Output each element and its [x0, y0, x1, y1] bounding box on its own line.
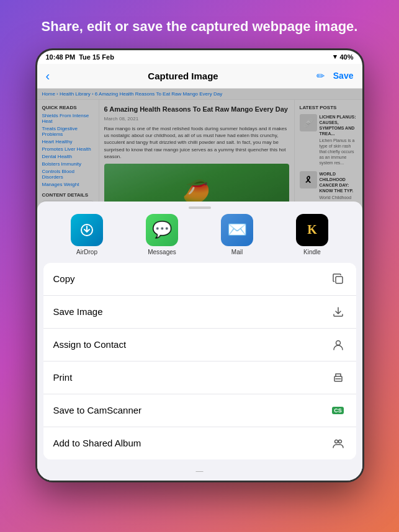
print-icon — [330, 370, 346, 386]
copy-action[interactable]: Copy — [43, 263, 356, 296]
messages-label: Messages — [148, 249, 176, 255]
share-sheet: AirDrop 💬 Messages ✉️ Mail K Kindle — [37, 202, 362, 481]
camscanner-label: Save to CamScanner — [53, 405, 142, 415]
copy-icon — [330, 271, 346, 287]
camscanner-action[interactable]: Save to CamScanner CS — [43, 394, 356, 427]
airdrop-app[interactable]: AirDrop — [71, 214, 103, 255]
save-button[interactable]: Save — [333, 71, 354, 81]
print-label: Print — [53, 372, 73, 383]
kindle-label: Kindle — [303, 249, 321, 255]
print-action[interactable]: Print — [43, 361, 356, 394]
assign-contact-icon — [330, 337, 346, 353]
messages-app[interactable]: 💬 Messages — [146, 214, 178, 255]
status-bar: 10:48 PM Tue 15 Feb ▾ 40% — [37, 50, 362, 64]
svg-point-2 — [336, 340, 340, 345]
airdrop-label: AirDrop — [76, 249, 97, 255]
mail-label: Mail — [231, 249, 243, 255]
messages-icon: 💬 — [146, 214, 178, 246]
action-list: Copy Save Image — [43, 263, 356, 459]
kindle-app[interactable]: K Kindle — [296, 214, 328, 255]
airdrop-icon — [71, 214, 103, 246]
svg-rect-1 — [336, 277, 343, 283]
sheet-more-indicator: — — [37, 464, 362, 478]
save-image-icon — [330, 304, 346, 320]
webpage-content: Home › Health Library › 6 Amazing Health… — [37, 89, 362, 481]
navigation-bar: ‹ Captured Image ✏ Save — [37, 64, 362, 89]
tablet-frame: 10:48 PM Tue 15 Feb ▾ 40% ‹ Captured Ima… — [35, 48, 364, 482]
assign-contact-label: Assign to Contact — [53, 339, 127, 350]
shared-album-icon — [330, 435, 346, 451]
shared-album-label: Add to Shared Album — [53, 438, 141, 448]
camscanner-icon: CS — [330, 402, 346, 419]
svg-point-5 — [338, 440, 341, 443]
battery-display: 40% — [339, 53, 353, 61]
mail-icon: ✉️ — [221, 214, 253, 246]
sheet-handle — [189, 206, 211, 209]
save-image-label: Save Image — [53, 306, 103, 317]
svg-point-4 — [334, 440, 338, 443]
copy-label: Copy — [53, 273, 75, 284]
nav-title: Captured Image — [148, 71, 218, 81]
wifi-icon: ▾ — [333, 53, 337, 61]
back-button[interactable]: ‹ — [46, 69, 50, 83]
kindle-icon: K — [296, 214, 328, 246]
page-heading: Share, edit or save the captured webpage… — [4, 0, 395, 48]
shared-album-action[interactable]: Add to Shared Album — [43, 427, 356, 459]
edit-button[interactable]: ✏ — [316, 70, 325, 82]
time-display: 10:48 PM — [46, 53, 76, 61]
assign-contact-action[interactable]: Assign to Contact — [43, 329, 356, 361]
save-image-action[interactable]: Save Image — [43, 296, 356, 329]
app-row: AirDrop 💬 Messages ✉️ Mail K Kindle — [37, 214, 362, 263]
date-display: Tue 15 Feb — [79, 53, 114, 61]
mail-app[interactable]: ✉️ Mail — [221, 214, 253, 255]
